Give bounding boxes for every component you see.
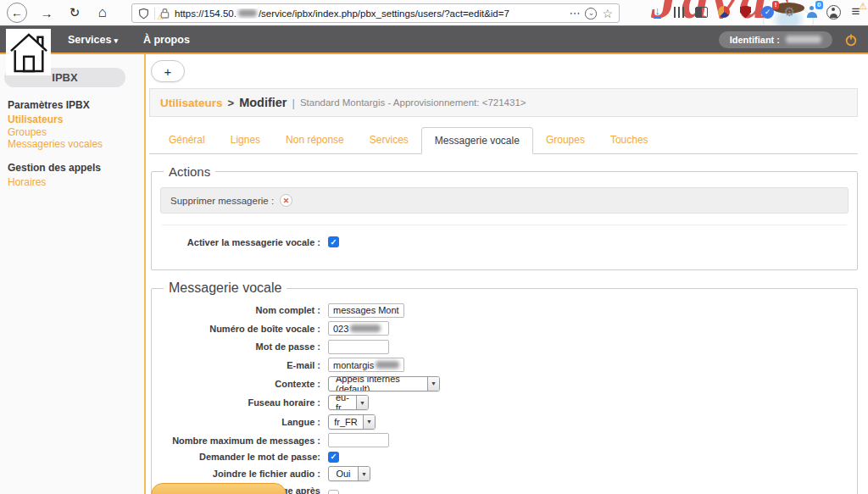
- tab-touches[interactable]: Touches: [598, 127, 661, 153]
- tab-bar: Général Lignes Non réponse Services Mess…: [149, 127, 858, 154]
- pocket-icon[interactable]: ⌄: [585, 8, 597, 19]
- account-button[interactable]: [826, 4, 841, 19]
- breadcrumb-divider: |: [292, 97, 295, 109]
- max-messages-input[interactable]: [328, 433, 389, 447]
- count-badge: 0: [815, 1, 823, 9]
- sidebar-toggle-button[interactable]: [694, 4, 709, 19]
- redacted-digits: [350, 325, 381, 332]
- plus-icon: +: [164, 64, 172, 79]
- full-name-input[interactable]: [328, 303, 404, 318]
- ball-icon: [718, 6, 730, 18]
- account-icon: [826, 5, 841, 19]
- breadcrumb-link-utilisateurs[interactable]: Utilisateurs: [160, 97, 223, 109]
- context-select[interactable]: Appels internes (default) ▼: [328, 376, 440, 391]
- content: + Utilisateurs > Modifier | Standard Mon…: [146, 54, 868, 494]
- ask-password-checkbox[interactable]: [328, 452, 339, 463]
- tab-non-reponse[interactable]: Non réponse: [273, 127, 357, 153]
- attach-audio-label: Joindre le fichier audio :: [160, 469, 328, 479]
- password-input[interactable]: [328, 340, 389, 354]
- delete-voicemail-row: Supprimer messagerie : ✕: [160, 187, 849, 214]
- delete-voicemail-label: Supprimer messagerie :: [170, 196, 274, 206]
- add-button[interactable]: +: [151, 60, 185, 82]
- forward-button[interactable]: →: [38, 3, 55, 23]
- gear-icon: ⚙: [784, 4, 795, 19]
- context-value: Appels internes (default): [329, 377, 427, 391]
- sidebar-item-horaires[interactable]: Horaires: [8, 176, 144, 189]
- url-suffix: /service/ipbx/index.php/pbx_settings/use…: [259, 8, 509, 19]
- download-button[interactable]: ↓: [650, 4, 665, 19]
- sidebar-item-groupes[interactable]: Groupes: [8, 126, 144, 139]
- language-label: Langue :: [160, 417, 328, 427]
- sidebar-section-gestion: Gestion des appels: [8, 162, 144, 174]
- warning-overlay-icon: ⚠: [157, 13, 164, 21]
- tracking-protection-shield-icon[interactable]: [138, 8, 149, 19]
- tab-messagerie-vocale[interactable]: Messagerie vocale: [421, 127, 533, 154]
- activate-voicemail-checkbox[interactable]: [328, 236, 339, 247]
- download-icon: ↓: [654, 5, 661, 19]
- tab-general[interactable]: Général: [156, 127, 218, 153]
- email-label: E-mail :: [160, 360, 328, 370]
- delete-voicemail-button[interactable]: ✕: [280, 194, 292, 207]
- voicemail-fieldset: Messagerie vocale Nom complet : Numéro d…: [151, 280, 858, 494]
- logout-power-button[interactable]: [844, 33, 858, 47]
- url-text[interactable]: https://154.50. /service/ipbx/index.php/…: [175, 8, 564, 19]
- tab-services[interactable]: Services: [357, 127, 421, 153]
- voicemail-legend: Messagerie vocale: [164, 280, 287, 296]
- sidebar-item-messageries-vocales[interactable]: Messageries vocales: [8, 138, 144, 151]
- actions-legend: Actions: [164, 164, 215, 179]
- sidebar-section-parametres: Paramètres IPBX: [8, 99, 144, 111]
- delete-after-notify-checkbox[interactable]: [328, 490, 339, 494]
- context-label: Contexte :: [160, 379, 328, 389]
- language-value: fr_FR: [329, 415, 363, 429]
- breadcrumb: Utilisateurs > Modifier | Standard Monta…: [149, 88, 858, 117]
- menu-button[interactable]: ≡ ⚠: [849, 4, 863, 19]
- pocket-glyph: ⌄: [588, 9, 595, 17]
- breadcrumb-separator: >: [228, 97, 235, 109]
- timezone-select[interactable]: eu-fr ▼: [328, 395, 369, 410]
- x-icon: ✕: [283, 197, 290, 205]
- site-header: Services▾ À propos Identifiant :: [0, 26, 868, 54]
- sidebar-item-utilisateurs[interactable]: Utilisateurs: [8, 114, 144, 126]
- language-select[interactable]: fr_FR ▼: [328, 414, 376, 430]
- password-label: Mot de passe :: [160, 341, 328, 352]
- mixed-content-lock-icon[interactable]: ⚠: [160, 8, 170, 19]
- timezone-value: eu-fr: [329, 396, 356, 409]
- home-button[interactable]: ⌂: [94, 3, 111, 23]
- submit-button[interactable]: [151, 483, 287, 494]
- redacted-username: [786, 36, 821, 43]
- library-button[interactable]: [672, 4, 687, 19]
- bookmark-star-icon[interactable]: ☆: [602, 7, 613, 20]
- ublock-button[interactable]: [738, 4, 753, 19]
- nav-about[interactable]: À propos: [143, 34, 190, 46]
- select-arrow-icon: ▼: [427, 377, 439, 391]
- mailbox-number-input[interactable]: 023: [328, 321, 389, 336]
- library-icon: [674, 7, 685, 18]
- reload-button[interactable]: ↻: [66, 3, 83, 23]
- nav-services-label: Services: [68, 34, 111, 46]
- attach-audio-select[interactable]: Oui ▼: [328, 466, 370, 481]
- settings-extension-button[interactable]: ⚙: [782, 4, 797, 19]
- check-glyph: ✓: [765, 8, 771, 16]
- ipbx-logo[interactable]: [6, 29, 51, 75]
- tab-lignes[interactable]: Lignes: [218, 127, 273, 153]
- timezone-label: Fuseau horaire :: [160, 397, 328, 408]
- forward-icon: →: [41, 6, 53, 20]
- back-button[interactable]: ←: [7, 3, 27, 23]
- tab-groupes[interactable]: Groupes: [533, 127, 598, 153]
- nav-services[interactable]: Services▾: [68, 34, 118, 46]
- mailbox-number-visible: 023: [333, 324, 348, 334]
- menu-warning-icon: ⚠: [859, 1, 867, 12]
- email-input[interactable]: montargis: [328, 358, 404, 372]
- ask-password-label: Demander le mot de passe:: [160, 452, 328, 462]
- url-bar[interactable]: ⚠ https://154.50. /service/ipbx/index.ph…: [131, 3, 620, 23]
- page-actions-icon[interactable]: ⋯: [569, 7, 580, 19]
- select-arrow-icon: ▼: [356, 396, 368, 409]
- extension-ball-button[interactable]: [716, 4, 731, 19]
- reload-icon: ↻: [70, 5, 81, 20]
- checker-extension-button[interactable]: ✓ !: [760, 4, 775, 19]
- sidebar: IPBX Paramètres IPBX Utilisateurs Groupe…: [0, 54, 146, 494]
- actions-fieldset: Actions Supprimer messagerie : ✕ Activer…: [151, 164, 858, 270]
- identifiant-pill: Identifiant :: [719, 31, 832, 48]
- house-icon: [9, 31, 48, 74]
- social-extension-button[interactable]: 0: [804, 4, 819, 19]
